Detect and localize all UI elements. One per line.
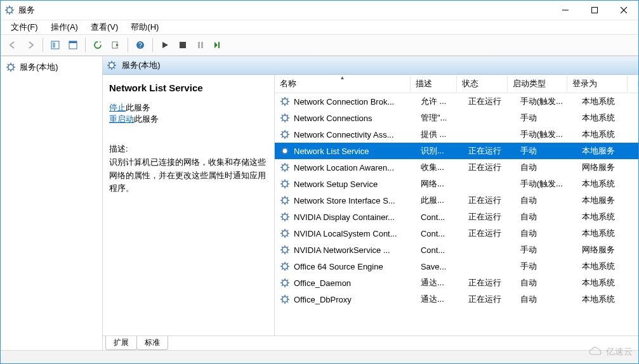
statusbar <box>1 350 638 363</box>
pane-header-label: 服务(本地) <box>122 60 161 71</box>
column-logon[interactable]: 登录为 <box>567 75 628 92</box>
console-tree[interactable]: 服务(本地) <box>1 56 103 350</box>
cell-status: 正在运行 <box>463 228 515 239</box>
cell-description: 网络... <box>416 178 463 190</box>
cell-description: 通达... <box>416 294 463 305</box>
view-tabstrip: 扩展 标准 <box>103 335 638 350</box>
service-icon <box>280 162 290 172</box>
cell-startup: 手动(触发... <box>515 129 577 140</box>
services-icon <box>4 5 15 15</box>
cell-startup: 自动 <box>515 228 577 239</box>
maximize-button[interactable] <box>580 1 609 20</box>
cell-description: 提供 ... <box>416 129 463 140</box>
svg-point-26 <box>282 280 287 285</box>
help-button[interactable]: ? <box>132 37 148 53</box>
tree-root-label: 服务(本地) <box>20 62 58 73</box>
service-icon <box>280 146 290 156</box>
cell-description: Cont... <box>416 245 463 255</box>
service-row[interactable]: Network Connectivity Ass...提供 ...手动(触发..… <box>275 126 638 143</box>
menu-help[interactable]: 帮助(H) <box>126 20 164 34</box>
cell-description: 允许 ... <box>416 96 463 107</box>
cell-startup: 手动 <box>515 145 577 157</box>
refresh-button[interactable] <box>89 37 106 53</box>
svg-point-0 <box>7 8 12 13</box>
cell-logon: 本地服务 <box>577 145 638 157</box>
stop-service-button[interactable] <box>175 37 191 53</box>
menu-view[interactable]: 查看(V) <box>86 20 123 34</box>
service-icon <box>280 212 290 222</box>
column-startup[interactable]: 启动类型 <box>508 75 568 92</box>
menu-file[interactable]: 文件(F) <box>6 20 43 34</box>
cell-name: Network Connections <box>275 113 416 123</box>
cell-logon: 本地系统 <box>577 96 638 107</box>
column-description[interactable]: 描述 <box>411 75 458 92</box>
restart-service-link[interactable]: 重启动 <box>109 114 134 124</box>
cell-description: Cont... <box>416 212 463 222</box>
svg-point-16 <box>282 115 287 120</box>
cell-logon: 本地系统 <box>577 277 638 289</box>
cell-logon: 本地系统 <box>577 178 638 190</box>
svg-point-15 <box>282 99 287 104</box>
cell-logon: 本地系统 <box>577 228 638 239</box>
cell-startup: 自动 <box>515 162 577 173</box>
details-pane: 服务(本地) Network List Service 停止此服务 重启动此服务… <box>103 56 638 350</box>
cell-description: 识别... <box>416 145 463 157</box>
cell-startup: 手动(触发... <box>515 178 577 190</box>
cell-logon: 网络服务 <box>577 244 638 256</box>
show-hide-tree-button[interactable] <box>47 37 63 53</box>
menubar: 文件(F) 操作(A) 查看(V) 帮助(H) <box>1 20 638 34</box>
export-button[interactable] <box>107 37 124 53</box>
cell-startup: 自动 <box>515 211 577 223</box>
start-service-button[interactable] <box>157 37 173 53</box>
close-button[interactable] <box>609 1 638 20</box>
service-row[interactable]: Office_DbProxy通达...正在运行自动本地系统 <box>275 291 638 308</box>
service-row[interactable]: Network Store Interface S...此服...正在运行自动本… <box>275 192 638 209</box>
svg-point-22 <box>282 214 287 219</box>
service-row[interactable]: Network Location Awaren...收集...正在运行自动网络服… <box>275 159 638 176</box>
svg-rect-11 <box>201 42 203 48</box>
service-icon <box>280 179 290 189</box>
cell-logon: 本地系统 <box>577 294 638 305</box>
cell-status: 正在运行 <box>463 211 515 223</box>
cell-name: NVIDIA NetworkService ... <box>275 245 416 255</box>
menu-action[interactable]: 操作(A) <box>46 20 83 34</box>
pane-header: 服务(本地) <box>103 56 638 75</box>
service-row[interactable]: Office 64 Source EngineSave...手动本地系统 <box>275 258 638 275</box>
cell-startup: 手动 <box>515 261 577 272</box>
service-row[interactable]: Network Connections管理"...手动本地系统 <box>275 110 638 126</box>
service-row[interactable]: Network Connection Brok...允许 ...正在运行手动(触… <box>275 93 638 110</box>
back-button <box>4 37 21 53</box>
cell-description: 管理"... <box>416 112 463 124</box>
service-icon <box>280 96 290 107</box>
properties-button[interactable] <box>65 37 81 53</box>
cell-startup: 自动 <box>515 277 577 289</box>
services-icon <box>107 60 117 70</box>
list-rows[interactable]: Network Connection Brok...允许 ...正在运行手动(触… <box>275 93 638 335</box>
stop-service-link[interactable]: 停止 <box>109 103 126 112</box>
service-row[interactable]: NVIDIA LocalSystem Cont...Cont...正在运行自动本… <box>275 225 638 242</box>
service-row[interactable]: NVIDIA Display Container...Cont...正在运行自动… <box>275 209 638 225</box>
action-stop-line: 停止此服务 <box>109 102 268 114</box>
cell-name: Network List Service <box>275 146 416 156</box>
column-status[interactable]: 状态 <box>457 75 507 92</box>
tab-standard[interactable]: 标准 <box>136 336 168 350</box>
restart-service-button[interactable] <box>210 37 227 53</box>
cell-name: Network Store Interface S... <box>275 195 416 205</box>
tab-extended[interactable]: 扩展 <box>105 336 137 350</box>
column-spacer <box>628 81 638 86</box>
cell-name: NVIDIA Display Container... <box>275 212 416 222</box>
toolbar: ? <box>1 34 638 56</box>
service-icon <box>280 228 290 238</box>
service-row[interactable]: Network List Service识别...正在运行手动本地服务 <box>275 143 638 159</box>
minimize-button[interactable] <box>551 1 580 20</box>
service-row[interactable]: NVIDIA NetworkService ...Cont...手动网络服务 <box>275 242 638 258</box>
action-restart-line: 重启动此服务 <box>109 114 268 125</box>
description-text: 识别计算机已连接的网络，收集和存储这些网络的属性，并在更改这些属性时通知应用程序… <box>109 156 268 195</box>
column-name[interactable]: 名称▲ <box>275 75 411 92</box>
tree-root-services[interactable]: 服务(本地) <box>2 60 101 74</box>
service-row[interactable]: Network Setup Service网络...手动(触发...本地系统 <box>275 176 638 192</box>
titlebar[interactable]: 服务 <box>1 1 638 20</box>
cell-startup: 手动(触发... <box>515 96 577 107</box>
svg-point-24 <box>282 247 287 252</box>
service-row[interactable]: Office_Daemon通达...正在运行自动本地系统 <box>275 275 638 291</box>
